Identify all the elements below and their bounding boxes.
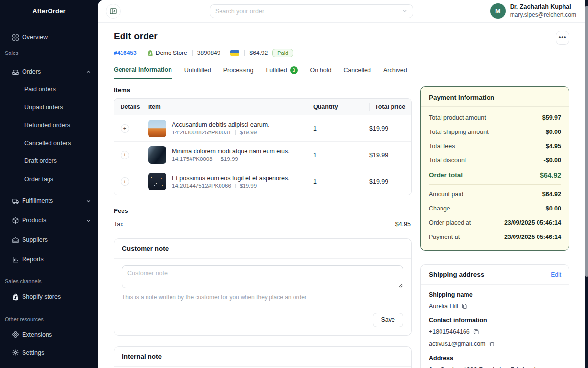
product-image	[148, 173, 166, 190]
order-number-link[interactable]: #416453	[114, 50, 137, 56]
search-input[interactable]	[215, 8, 399, 15]
sidebar-item-paid-orders[interactable]: Paid orders	[0, 80, 98, 99]
sidebar-item-orders[interactable]: Orders	[0, 63, 98, 80]
product-total: $19.99	[369, 178, 411, 185]
save-button[interactable]: Save	[373, 313, 404, 327]
tab-on-hold[interactable]: On hold	[310, 66, 332, 79]
shopify-bag-icon	[11, 293, 19, 301]
customer-note-card: Customer note This is a note written by …	[114, 238, 412, 336]
tab-general-information[interactable]: General information	[114, 66, 172, 79]
sidebar-item-shopify-stores[interactable]: Shopify stores	[0, 287, 98, 307]
shipping-name-label: Shipping name	[429, 291, 561, 298]
edit-shipping-link[interactable]: Edit	[551, 271, 561, 278]
sidebar-section-sales: Sales	[0, 47, 98, 59]
sidebar-item-settings[interactable]: Settings	[0, 343, 98, 362]
scrollbar-thumb[interactable]	[585, 6, 588, 277]
table-row: + Accusantium debitis adipisci earum. 14…	[114, 115, 411, 142]
fulfilled-count-badge: 3	[290, 66, 298, 74]
product-quantity: 1	[313, 152, 369, 158]
product-unit-price: $19.99	[240, 183, 257, 189]
sidebar-item-unpaid-orders[interactable]: Unpaid orders	[0, 99, 98, 117]
sidebar-item-overview[interactable]: Overview	[0, 28, 98, 46]
col-quantity: Quantity	[313, 104, 369, 110]
payment-row: Change$0.00	[429, 201, 561, 215]
copy-icon[interactable]	[473, 329, 479, 335]
topbar: M Dr. Zachariah Kuphal mary.sipes@reiche…	[98, 0, 585, 23]
address-value: Jon Cordes, 1330 Ranchview Rd, Argyle, T…	[429, 365, 551, 368]
expand-row-button[interactable]: +	[121, 177, 129, 186]
sidebar-item-fulfillments[interactable]: Fulfillments	[0, 191, 98, 210]
user-email: mary.sipes@reichert.com	[510, 11, 576, 19]
product-image	[148, 120, 166, 137]
contact-information-label: Contact information	[429, 317, 561, 324]
main-panel: M Dr. Zachariah Kuphal mary.sipes@reiche…	[98, 0, 585, 368]
col-item: Item	[142, 104, 313, 110]
sidebar-item-cancelled-orders[interactable]: Cancelled orders	[0, 134, 98, 153]
expand-row-button[interactable]: +	[121, 124, 129, 133]
tab-cancelled[interactable]: Cancelled	[343, 66, 371, 79]
sidebar-item-label: Products	[22, 217, 46, 224]
inbox-icon	[11, 68, 19, 76]
chevron-down-icon	[86, 198, 91, 204]
chevron-down-icon	[86, 218, 91, 223]
chevron-up-icon	[86, 69, 91, 75]
sidebar-item-order-tags[interactable]: Order tags	[0, 170, 98, 188]
shipping-name-value: Aurelia Hill	[429, 302, 458, 311]
panel-collapse-icon	[109, 7, 117, 15]
sidebar-section-sales-channels: Sales channels	[0, 275, 98, 287]
sidebar-item-extensions[interactable]: Extensions	[0, 325, 98, 343]
table-row: + Minima dolorem modi atque nam eum eius…	[114, 142, 411, 168]
more-options-button[interactable]: •••	[556, 31, 569, 45]
tab-processing[interactable]: Processing	[223, 66, 254, 79]
sidebar-section-other-resources: Other resources	[0, 314, 98, 325]
store-name: Demo Store	[156, 50, 187, 56]
sidebar-item-archive[interactable]: Archive	[0, 362, 98, 368]
order-amount: $64.92	[249, 50, 268, 56]
product-title: Et possimus eum eos fugit et et asperior…	[172, 175, 290, 182]
sidebar-item-draft-orders[interactable]: Draft orders	[0, 152, 98, 170]
cube-icon	[11, 216, 19, 224]
user-menu[interactable]: M Dr. Zachariah Kuphal mary.sipes@reiche…	[490, 3, 576, 19]
status-badge: Paid	[272, 49, 293, 57]
tab-archived[interactable]: Archived	[383, 66, 407, 79]
items-section-title: Items	[114, 86, 412, 94]
customer-note-input[interactable]	[122, 265, 403, 288]
payment-row: Total shipping amount$0.00	[429, 125, 561, 139]
copy-icon[interactable]	[462, 303, 467, 309]
store-info: Demo Store	[147, 50, 187, 56]
bar-chart-icon	[11, 255, 19, 263]
divider	[235, 184, 236, 188]
order-search	[210, 4, 413, 18]
extensions-icon	[11, 331, 19, 339]
tab-unfulfilled[interactable]: Unfulfilled	[184, 66, 211, 79]
product-quantity: 1	[313, 178, 369, 185]
divider	[244, 50, 245, 56]
fees-section-title: Fees	[114, 207, 412, 214]
items-table-header: Details Item Quantity Total price	[114, 99, 411, 115]
customer-note-helper: This is a note written by the customer f…	[122, 294, 403, 301]
ukraine-flag-icon	[230, 50, 239, 56]
expand-row-button[interactable]: +	[121, 151, 129, 159]
product-image	[148, 146, 166, 164]
brand-logo: AfterOrder	[0, 0, 98, 23]
sidebar-item-label: Fulfillments	[22, 197, 53, 204]
internal-note-card: Internal note	[114, 346, 412, 368]
product-quantity: 1	[313, 125, 369, 132]
payment-row: Total fees$4.95	[429, 139, 561, 153]
internal-note-title: Internal note	[122, 353, 162, 360]
product-sku: 14:203008825#PK0031	[172, 130, 231, 135]
app-root: AfterOrder Overview Sales Orders Paid or…	[0, 0, 588, 368]
sidebar-item-reports[interactable]: Reports	[0, 250, 98, 268]
user-name: Dr. Zachariah Kuphal	[510, 3, 576, 11]
copy-icon[interactable]	[489, 341, 495, 347]
sidebar-item-products[interactable]: Products	[0, 210, 98, 230]
sidebar-item-refunded-orders[interactable]: Refunded orders	[0, 116, 98, 134]
table-row: + Et possimus eum eos fugit et et asperi…	[114, 168, 411, 195]
chevron-down-icon[interactable]	[402, 8, 408, 15]
avatar: M	[490, 3, 506, 19]
sidebar-item-suppliers[interactable]: Suppliers	[0, 230, 98, 250]
sidebar-toggle-button[interactable]	[106, 4, 121, 19]
gear-icon	[11, 349, 19, 357]
payment-row: Order placed at23/09/2025 05:46:14	[429, 215, 561, 230]
tab-fulfilled[interactable]: Fulfilled3	[266, 66, 298, 79]
